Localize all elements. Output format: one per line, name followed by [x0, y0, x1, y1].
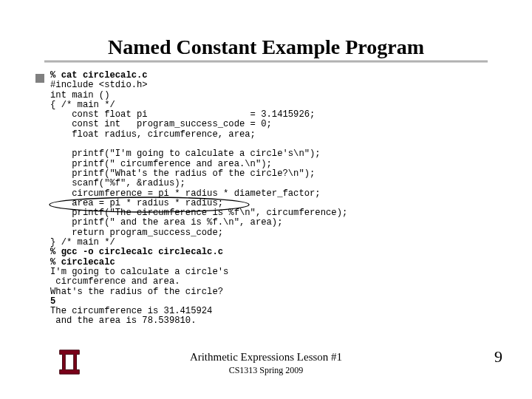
code-line: printf(" circumference and area.\n");	[50, 160, 347, 169]
code-line: 5	[50, 297, 347, 307]
code-line: circumference = pi * radius * diameter_f…	[50, 189, 347, 199]
code-line: #include <stdio.h>	[50, 81, 347, 90]
code-line: area = pi * radius * radius;	[50, 199, 347, 208]
code-line: circumference and area.	[50, 277, 347, 287]
code-line: printf("What's the radius of the circle?…	[50, 169, 347, 179]
code-line: printf("I'm going to calculate a circle'…	[50, 149, 347, 159]
code-line: % gcc -o circlecalc circlecalc.c	[50, 248, 347, 257]
code-line: } /* main */	[50, 238, 347, 248]
code-line: The circumference is 31.415924	[50, 307, 347, 316]
code-line: printf("The circumference is %f\n", circ…	[50, 208, 347, 218]
code-line: scanf("%f", &radius);	[50, 179, 347, 188]
code-line: % cat circlecalc.c	[50, 71, 347, 81]
code-line: float radius, circumference, area;	[50, 130, 347, 140]
code-line: What's the radius of the circle?	[50, 287, 347, 297]
footer-course: CS1313 Spring 2009	[0, 364, 532, 377]
code-line: const int program_success_code = 0;	[50, 120, 347, 129]
code-line: { /* main */	[50, 100, 347, 110]
code-line: int main ()	[50, 91, 347, 100]
footer-lesson: Arithmetic Expressions Lesson #1	[0, 350, 532, 364]
code-line: I'm going to calculate a circle's	[50, 267, 347, 277]
slide-title: Named Constant Example Program	[44, 35, 488, 59]
code-line: printf(" and the area is %f.\n", area);	[50, 218, 347, 228]
title-bar: Named Constant Example Program	[44, 35, 488, 61]
bullet-icon	[35, 74, 44, 83]
code-line: % circlecalc	[50, 258, 347, 267]
code-line: and the area is 78.539810.	[50, 316, 347, 326]
code-line: return program_success_code;	[50, 228, 347, 238]
footer: Arithmetic Expressions Lesson #1 CS1313 …	[0, 350, 532, 377]
page-number: 9	[494, 347, 502, 366]
code-line: const float pi = 3.1415926;	[50, 110, 347, 120]
code-line	[50, 140, 347, 149]
code-block: % cat circlecalc.c#include <stdio.h>int …	[50, 71, 347, 327]
